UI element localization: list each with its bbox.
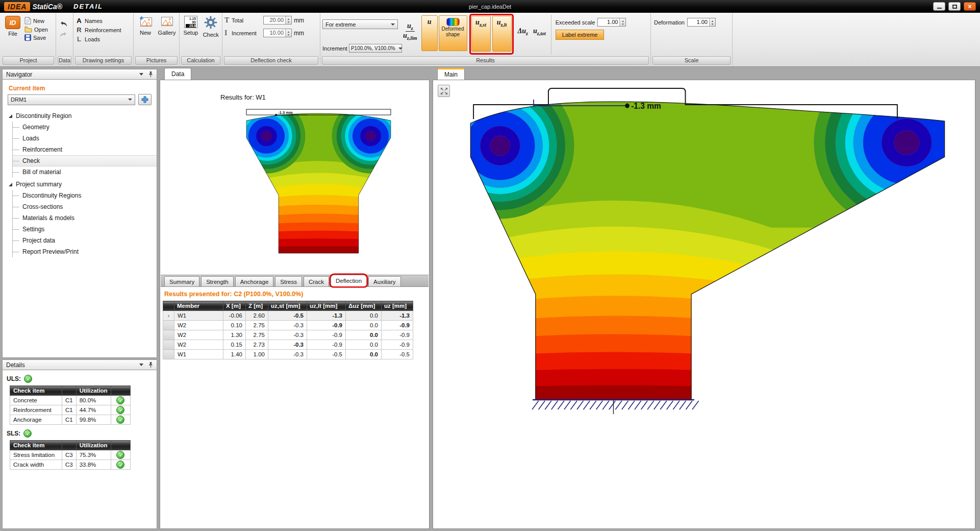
tree-section[interactable]: Discontinuity Region [3,110,157,122]
tree-item[interactable]: Bill of material [13,166,157,178]
label-extreme-button[interactable]: Label extreme [556,30,605,40]
chevron-down-icon [391,23,395,26]
details-panel: Details ULS: Check itemUtilizationConcre… [2,359,157,529]
group-label-drawing-settings: Drawing settings [75,56,132,65]
minimize-button[interactable] [933,2,945,11]
collapse-icon[interactable] [139,364,143,366]
u-button[interactable]: u [421,15,438,51]
tree-item[interactable]: Discontinuity Regions [13,190,157,201]
subtab-anchorage[interactable]: Anchorage [235,276,274,286]
redo-icon[interactable] [59,32,68,38]
group-label-calculation: Calculation [181,56,220,65]
uz-ratio-button[interactable]: uz uz,lim [403,22,417,41]
increment-spinner-arrows[interactable]: ▲▼ [285,29,291,37]
fit-view-button[interactable] [438,85,450,97]
increment-select[interactable]: P100.0%, V100.0% [349,44,402,53]
undo-icon[interactable] [59,21,68,28]
total-spinner-arrows[interactable]: ▲▼ [285,16,291,24]
extreme-select[interactable]: For extreme [322,19,398,29]
tree-item[interactable]: Materials & models [13,212,157,224]
result-subtabs: SummaryStrengthAnchorageStressCrackDefle… [161,275,429,287]
uz-st-button[interactable]: uz,st [471,16,491,52]
tab-data[interactable]: Data [164,68,191,80]
results-table: MemberX [m]Z [m]uz,st [mm]uz,lt [mm]Δuz … [163,301,413,359]
maximize-button[interactable] [948,2,961,11]
names-button[interactable]: ANames [76,17,121,25]
increment-input[interactable]: 10.00▲▼ [263,29,292,37]
check-ok-icon [116,451,124,459]
table-row[interactable]: W21.302.75-0.3-0.90.0-0.9 [163,330,413,340]
deformation-input[interactable]: 1.00▲▼ [687,18,716,27]
group-label-pictures: Pictures [135,56,178,65]
ribbon-group-results: For extreme Increment P100.0%, V100.0% u… [320,13,651,66]
tree-item[interactable]: Reinforcement [13,144,157,155]
tree-item[interactable]: Loads [13,133,157,144]
file-button[interactable]: ID File [2,14,23,55]
deformed-shape-button[interactable]: Deformedshape [439,15,467,51]
picture-gallery-button[interactable]: Gallery [156,14,178,55]
total-icon: T [224,16,230,25]
total-input[interactable]: 20.00▲▼ [263,16,292,25]
pin-icon[interactable] [148,71,153,78]
red-highlight-box: uz,st uz,lt [469,14,514,55]
deflection-contour-plot-main[interactable]: -1.3 mm [461,85,953,418]
collapse-icon[interactable] [139,73,143,76]
table-row[interactable]: ›W1-0.062.60-0.5-1.30.0-1.3 [163,311,413,321]
expander-icon[interactable] [9,183,12,186]
tree-item[interactable]: Check [13,155,157,166]
ribbon-group-deflection-check: T Total 20.00▲▼ mm I Increment 10.00▲▼ m… [222,13,320,66]
exceeded-scale-arrows[interactable]: ▲▼ [619,18,625,26]
check-ok-icon [116,406,124,414]
check-button[interactable]: Check [201,14,221,55]
tree-item[interactable]: Project data [13,235,157,246]
deformation-arrows[interactable]: ▲▼ [709,18,715,26]
tree-item[interactable]: Report Preview/Print [13,246,157,257]
minimize-icon [937,8,942,9]
uls-ok-icon [24,375,32,383]
exceeded-scale-input[interactable]: 1.00▲▼ [597,18,626,27]
table-row[interactable]: W20.102.75-0.3-0.90.0-0.9 [163,321,413,330]
setup-numbers-icon: 1.159025.8 [184,16,197,28]
subtab-auxiliary[interactable]: Auxiliary [368,276,400,286]
table-row[interactable]: W11.401.00-0.3-0.50.0-0.5 [163,350,413,359]
open-button[interactable]: Open [24,26,48,33]
uz-lt-button[interactable]: uz,lt [492,16,512,52]
chevron-down-icon [398,47,403,50]
uz-tot-button[interactable]: uz,tot [531,27,548,36]
tree-item[interactable]: Settings [13,224,157,235]
uls-table: Check itemUtilizationConcreteC180.0%Rein… [3,385,157,425]
loads-icon: L [76,35,83,43]
check-ok-icon [116,416,124,424]
new-button[interactable]: New [24,17,48,25]
deflection-contour-plot-small[interactable]: -1.3 mm [244,105,393,259]
document-title: pier_cap.ideaDet [469,4,511,10]
save-button[interactable]: Save [24,34,48,41]
group-label-data: Data [58,56,71,65]
add-item-button[interactable] [138,94,152,105]
deformed-shape-icon [446,18,460,26]
table-row[interactable]: W20.152.73-0.3-0.90.0-0.9 [163,340,413,350]
tree-item[interactable]: Cross-sections [13,201,157,212]
module-name: DETAIL [73,3,103,10]
tree-section[interactable]: Project summary [3,179,157,190]
current-item-select[interactable]: DRM1 [8,94,135,105]
navigator-panel: Navigator Current item DRM1 Discontinuit… [2,69,157,358]
reinforcement-button[interactable]: RReinforcement [76,26,121,34]
subtab-strength[interactable]: Strength [201,276,233,286]
pin-icon[interactable] [148,361,153,368]
tree-item[interactable]: Geometry [13,122,157,133]
loads-button[interactable]: LLoads [76,35,121,43]
group-label-deflection-check: Deflection check [224,56,318,65]
tab-main[interactable]: Main [437,68,465,80]
table-row: AnchorageC199.8% [10,415,131,425]
picture-new-button[interactable]: New [135,14,156,55]
delta-uz-button[interactable]: Δuz [516,27,530,36]
subtab-deflection[interactable]: Deflection [331,275,367,286]
close-button[interactable]: × [964,2,976,11]
setup-button[interactable]: 1.159025.8 Setup [181,14,201,55]
file-icon: ID [5,16,20,29]
subtab-summary[interactable]: Summary [164,276,199,286]
subtab-crack[interactable]: Crack [304,276,329,286]
expander-icon[interactable] [9,114,12,118]
subtab-stress[interactable]: Stress [275,276,302,286]
